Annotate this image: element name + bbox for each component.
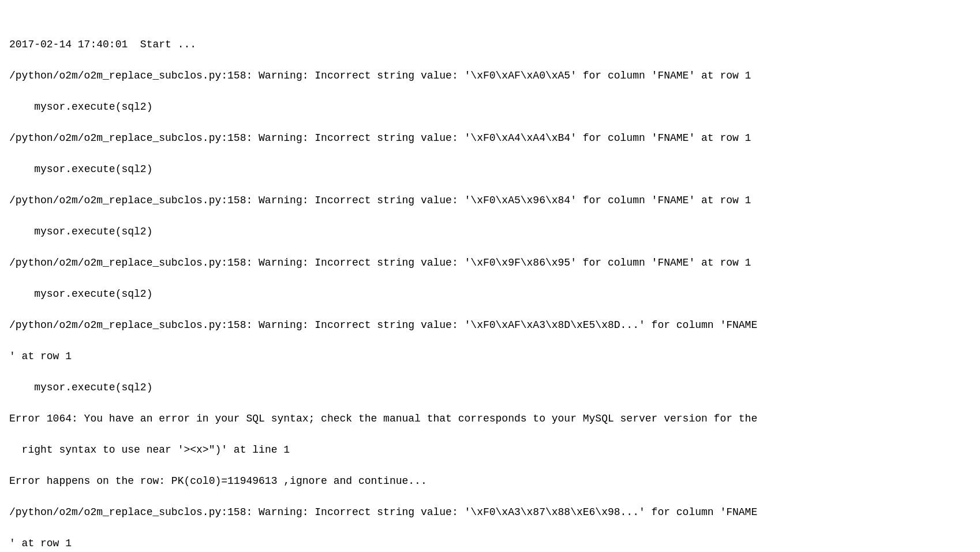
terminal-line: /python/o2m/o2m_replace_subclos.py:158: … bbox=[9, 193, 971, 208]
terminal-line: mysor.execute(sql2) bbox=[9, 380, 971, 396]
terminal-line: mysor.execute(sql2) bbox=[9, 286, 971, 302]
terminal-line: /python/o2m/o2m_replace_subclos.py:158: … bbox=[9, 255, 971, 271]
terminal-line: ' at row 1 bbox=[9, 349, 971, 364]
terminal-line: ' at row 1 bbox=[9, 536, 971, 551]
terminal-line: /python/o2m/o2m_replace_subclos.py:158: … bbox=[9, 318, 971, 333]
terminal-line: /python/o2m/o2m_replace_subclos.py:158: … bbox=[9, 130, 971, 146]
terminal-line: Error happens on the row: PK(col0)=11949… bbox=[9, 473, 971, 489]
terminal-line: /python/o2m/o2m_replace_subclos.py:158: … bbox=[9, 505, 971, 520]
terminal-line: /python/o2m/o2m_replace_subclos.py:158: … bbox=[9, 68, 971, 84]
terminal-output: 2017-02-14 17:40:01 Start ... /python/o2… bbox=[9, 6, 971, 552]
terminal-line: mysor.execute(sql2) bbox=[9, 224, 971, 240]
terminal-line: mysor.execute(sql2) bbox=[9, 162, 971, 177]
terminal-line: 2017-02-14 17:40:01 Start ... bbox=[9, 37, 971, 53]
terminal-line: Error 1064: You have an error in your SQ… bbox=[9, 411, 971, 427]
terminal-line: right syntax to use near '><x>")' at lin… bbox=[9, 442, 971, 458]
terminal-line: mysor.execute(sql2) bbox=[9, 99, 971, 115]
